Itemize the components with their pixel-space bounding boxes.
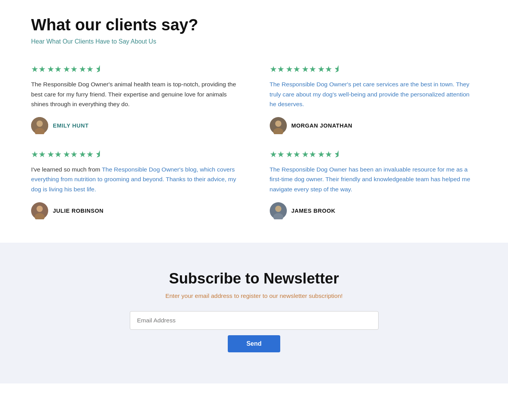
svg-point-7 — [37, 206, 43, 212]
testimonial-text-4: The Responsible Dog Owner has been an in… — [270, 164, 477, 194]
stars-4: ★ ★ ★ ★ ⯨ — [270, 150, 477, 159]
newsletter-form: Send — [130, 311, 379, 352]
star-icon: ★ — [79, 65, 94, 74]
star-icon: ★ — [47, 150, 62, 159]
stars-3: ★ ★ ★ ★ ⯨ — [31, 150, 239, 159]
star-icon: ★ — [47, 65, 62, 74]
testimonial-text-2: The Responsible Dog Owner's pet care ser… — [270, 79, 477, 109]
avatar-svg — [31, 202, 48, 219]
testimonials-section: What our clients say? Hear What Our Clie… — [0, 0, 508, 243]
newsletter-section: Subscribe to Newsletter Enter your email… — [0, 243, 508, 383]
email-input[interactable] — [130, 311, 379, 330]
star-icon: ★ — [31, 150, 46, 159]
star-half-icon: ⯨ — [95, 65, 103, 74]
reviewer-name-2: MORGAN JONATHAN — [292, 122, 353, 129]
star-icon: ★ — [63, 65, 78, 74]
testimonial-text-1: The Responsible Dog Owner's animal healt… — [31, 79, 239, 109]
section-title: What our clients say? — [31, 16, 477, 34]
section-subtitle: Hear What Our Clients Have to Say About … — [31, 38, 477, 45]
star-half-icon: ⯨ — [95, 150, 103, 159]
reviewer-4: JAMES BROOK — [270, 202, 477, 219]
svg-point-10 — [275, 206, 281, 212]
newsletter-title: Subscribe to Newsletter — [31, 270, 477, 287]
reviewer-3: JULIE ROBINSON — [31, 202, 239, 219]
svg-point-4 — [275, 121, 281, 127]
reviewer-name-3: JULIE ROBINSON — [53, 208, 103, 214]
avatar-svg — [270, 117, 287, 134]
newsletter-subtitle: Enter your email address to register to … — [31, 292, 477, 299]
star-icon: ★ — [286, 65, 300, 74]
stars-2: ★ ★ ★ ★ ⯨ — [270, 65, 477, 74]
reviewer-1: EMILY HUNT — [31, 117, 239, 134]
star-icon: ★ — [286, 150, 300, 159]
reviewer-name-4: JAMES BROOK — [292, 208, 335, 214]
avatar-emily — [31, 117, 48, 134]
star-icon: ★ — [318, 150, 332, 159]
svg-point-1 — [37, 121, 43, 127]
star-icon: ★ — [270, 65, 285, 74]
star-icon: ★ — [302, 150, 316, 159]
avatar-svg — [31, 117, 48, 134]
reviewer-name-1: EMILY HUNT — [53, 122, 89, 129]
star-half-icon: ⯨ — [333, 150, 342, 159]
star-icon: ★ — [270, 150, 285, 159]
star-icon: ★ — [63, 150, 78, 159]
testimonial-text-3: I've learned so much from The Responsibl… — [31, 164, 239, 194]
star-half-icon: ⯨ — [333, 65, 342, 74]
star-icon: ★ — [79, 150, 94, 159]
avatar-julie — [31, 202, 48, 219]
star-icon: ★ — [302, 65, 316, 74]
testimonial-card-2: ★ ★ ★ ★ ⯨ The Responsible Dog Owner's pe… — [270, 65, 477, 134]
testimonials-grid: ★ ★ ★ ★ ⯨ The Responsible Dog Owner's an… — [31, 65, 477, 219]
send-button[interactable]: Send — [228, 335, 280, 352]
reviewer-2: MORGAN JONATHAN — [270, 117, 477, 134]
testimonial-card-3: ★ ★ ★ ★ ⯨ I've learned so much from The … — [31, 150, 239, 219]
stars-1: ★ ★ ★ ★ ⯨ — [31, 65, 239, 74]
testimonial-card-1: ★ ★ ★ ★ ⯨ The Responsible Dog Owner's an… — [31, 65, 239, 134]
testimonial-card-4: ★ ★ ★ ★ ⯨ The Responsible Dog Owner has … — [270, 150, 477, 219]
avatar-james — [270, 202, 287, 219]
avatar-morgan — [270, 117, 287, 134]
star-icon: ★ — [318, 65, 332, 74]
page-wrapper: What our clients say? Hear What Our Clie… — [0, 0, 508, 383]
avatar-svg — [270, 202, 287, 219]
star-icon: ★ — [31, 65, 46, 74]
